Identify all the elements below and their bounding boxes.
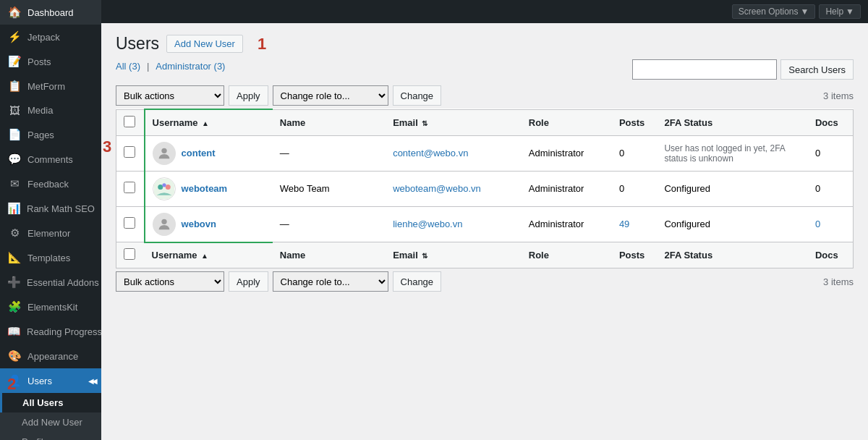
row3-role-cell: Administrator [522, 206, 612, 242]
bulk-actions-bottom-select[interactable]: Bulk actions Delete [116, 271, 224, 292]
sidebar-item-dashboard[interactable]: 🏠 Dashboard [0, 0, 101, 25]
screen-options-button[interactable]: Screen Options ▼ [732, 4, 816, 19]
header-posts: Posts [612, 109, 658, 135]
header-email: Email ⇅ [386, 109, 522, 135]
row3-checkbox[interactable] [124, 217, 135, 229]
table-header-row: Username ▲ Name Email ⇅ Role [116, 109, 854, 135]
add-new-user-button[interactable]: Add New User [166, 35, 243, 53]
users-submenu: All Users Add New User Profile [0, 393, 101, 440]
header-docs: Docs [808, 109, 854, 135]
table-row: content — content@webo.vn Administrator … [116, 135, 854, 171]
annotation-3: 3 [103, 138, 111, 156]
sidebar-item-label: Comments [27, 154, 73, 165]
help-button[interactable]: Help ▼ [819, 4, 861, 19]
row1-checkbox[interactable] [124, 146, 135, 158]
change-role-bottom-select[interactable]: Change role to... Subscriber Contributor… [273, 271, 388, 292]
users-icon: 👤 [7, 374, 22, 387]
change-role-top-button[interactable]: Change [393, 85, 442, 106]
filter-all-link[interactable]: All (3) [116, 61, 140, 72]
sidebar-item-metform[interactable]: 📋 MetForm [0, 74, 101, 98]
footer-username-sort-icon[interactable]: ▲ [201, 252, 208, 260]
row3-posts-cell: 49 [612, 206, 658, 242]
filter-admin-link[interactable]: Administrator (3) [156, 61, 225, 72]
users-table: Username ▲ Name Email ⇅ Role [116, 109, 854, 268]
sidebar-item-label: Dashboard [27, 7, 74, 18]
apply-top-button[interactable]: Apply [229, 85, 268, 106]
sidebar-item-label: Feedback [27, 179, 69, 190]
email-sort-icon[interactable]: ⇅ [422, 119, 427, 127]
submenu-all-users[interactable]: All Users [0, 393, 101, 412]
users-table-wrapper: 3 Username ▲ Name [116, 109, 854, 268]
sidebar-item-elementor[interactable]: ⚙ Elementor [0, 221, 101, 245]
row2-email-cell: weboteam@webo.vn [386, 171, 522, 206]
row1-username-link[interactable]: content [182, 148, 216, 158]
submenu-add-new-user[interactable]: Add New User [0, 412, 101, 432]
row2-checkbox-cell [116, 171, 145, 206]
sidebar-item-comments[interactable]: 💬 Comments [0, 147, 101, 172]
sidebar-item-reading-progress[interactable]: 📖 Reading Progress [0, 319, 101, 344]
sidebar-item-jetpack[interactable]: ⚡ Jetpack [0, 25, 101, 49]
sidebar-item-label: MetForm [27, 81, 65, 92]
elementor-icon: ⚙ [7, 227, 22, 240]
sidebar-item-label: Appearance [27, 351, 78, 362]
footer-role: Role [522, 242, 612, 268]
row1-avatar [153, 142, 176, 165]
sidebar: 🏠 Dashboard ⚡ Jetpack 📝 Posts 📋 MetForm … [0, 0, 101, 440]
appearance-icon: 🎨 [7, 350, 22, 363]
username-sort-icon[interactable]: ▲ [202, 119, 209, 127]
row2-checkbox[interactable] [124, 182, 135, 193]
header-username: Username ▲ [145, 109, 273, 135]
sidebar-item-media[interactable]: 🖼 Media [0, 98, 101, 122]
header-role: Role [522, 109, 612, 135]
page-title: Users [116, 34, 159, 54]
sidebar-item-label: Jetpack [27, 32, 60, 43]
row3-name-cell: — [273, 206, 386, 242]
row3-email-link[interactable]: lienhe@webo.vn [393, 219, 462, 229]
submenu-profile[interactable]: Profile [0, 432, 101, 440]
sidebar-item-feedback[interactable]: ✉ Feedback [0, 172, 101, 196]
row3-username-link[interactable]: webovn [182, 219, 216, 229]
row2-avatar [153, 177, 176, 200]
row2-docs-cell: 0 [808, 171, 854, 206]
sidebar-item-rank-math[interactable]: 📊 Rank Math SEO [0, 196, 101, 221]
row2-twofa-cell: Configured [657, 171, 807, 206]
sidebar-item-posts[interactable]: 📝 Posts [0, 49, 101, 74]
row3-docs-link[interactable]: 0 [815, 219, 820, 229]
sidebar-item-users[interactable]: 👤 Users ◀ [0, 368, 101, 393]
templates-icon: 📐 [7, 251, 22, 264]
search-row: Search Users [632, 59, 854, 80]
top-toolbar: Bulk actions Delete Apply Change role to… [116, 85, 854, 106]
svg-point-3 [165, 184, 170, 189]
search-users-button[interactable]: Search Users [780, 59, 854, 80]
search-users-input[interactable] [632, 59, 777, 80]
footer-select-all-checkbox[interactable] [124, 248, 135, 260]
table-row: webovn — lienhe@webo.vn Administrator 49… [116, 206, 854, 242]
row2-email-link[interactable]: weboteam@webo.vn [393, 183, 481, 194]
sidebar-item-appearance[interactable]: 🎨 Appearance [0, 344, 101, 368]
sidebar-item-templates[interactable]: 📐 Templates [0, 245, 101, 270]
sidebar-item-essential-addons[interactable]: ➕ Essential Addons [0, 270, 101, 295]
row1-email-cell: content@webo.vn [386, 135, 522, 171]
row1-checkbox-cell [116, 135, 145, 171]
metform-icon: 📋 [7, 80, 22, 93]
change-role-top-select[interactable]: Change role to... Subscriber Contributor… [273, 85, 388, 106]
row3-docs-cell: 0 [808, 206, 854, 242]
main-content: Screen Options ▼ Help ▼ Users Add New Us… [101, 0, 868, 440]
row1-twofa-cell: User has not logged in yet, 2FA status i… [657, 135, 807, 171]
footer-email-sort-icon[interactable]: ⇅ [422, 252, 427, 260]
users-arrow-icon: ◀ [88, 377, 94, 385]
sidebar-item-pages[interactable]: 📄 Pages [0, 122, 101, 147]
row3-posts-link[interactable]: 49 [619, 219, 629, 229]
row2-role-cell: Administrator [522, 171, 612, 206]
row2-username-link[interactable]: weboteam [182, 183, 228, 194]
row1-email-link[interactable]: content@webo.vn [393, 148, 468, 158]
apply-bottom-button[interactable]: Apply [229, 271, 268, 292]
change-role-bottom-button[interactable]: Change [393, 271, 442, 292]
row2-posts-cell: 0 [612, 171, 658, 206]
filter-row: All (3) | Administrator (3) [116, 61, 225, 72]
bulk-actions-top-select[interactable]: Bulk actions Delete [116, 85, 224, 106]
footer-name: Name [273, 242, 386, 268]
select-all-checkbox[interactable] [124, 116, 135, 127]
sidebar-item-elementskit[interactable]: 🧩 ElementsKit [0, 295, 101, 319]
sidebar-item-label: Media [27, 105, 53, 116]
